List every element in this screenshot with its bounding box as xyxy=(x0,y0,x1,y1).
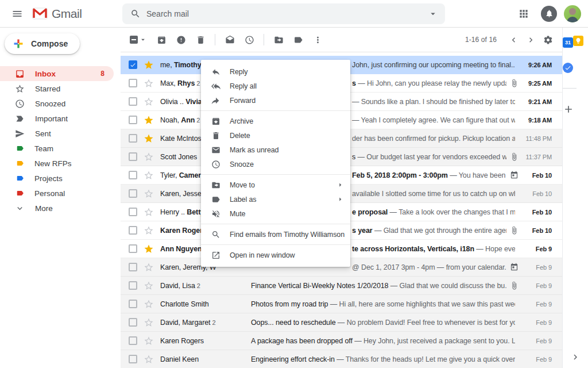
email-snippet: — Hi all, here are some highlights that … xyxy=(328,300,515,308)
star-icon[interactable] xyxy=(144,225,154,236)
notifications-bell-button[interactable] xyxy=(541,6,557,22)
expand-panel-chevron[interactable] xyxy=(563,352,588,362)
row-checkbox[interactable] xyxy=(129,226,137,235)
sidebar-item-personal[interactable]: Personal xyxy=(0,186,114,201)
star-icon[interactable] xyxy=(144,133,154,144)
star-icon[interactable] xyxy=(144,115,154,125)
email-row[interactable]: Daniel KeenEngineering effort check-in —… xyxy=(121,350,562,368)
sidebar-item-new-rfps[interactable]: New RFPs xyxy=(0,156,114,171)
account-avatar[interactable] xyxy=(564,5,581,22)
menu-item-reply[interactable]: Reply xyxy=(201,64,350,79)
gmail-logo[interactable]: Gmail xyxy=(32,7,82,21)
sidebar-item-starred[interactable]: Starred xyxy=(0,81,114,96)
menu-item-mute[interactable]: Mute xyxy=(201,206,350,221)
tasks-icon[interactable] xyxy=(563,63,573,73)
get-addons-plus-icon[interactable] xyxy=(563,103,574,115)
apps-grid-button[interactable] xyxy=(513,3,534,24)
clock-icon xyxy=(15,99,25,109)
reply-icon xyxy=(211,67,220,76)
older-page-button[interactable] xyxy=(522,30,539,49)
menu-item-delete[interactable]: Delete xyxy=(201,128,350,143)
email-row[interactable]: David, Lisa2Finance Vertical Bi-Weekly N… xyxy=(121,277,562,295)
row-checkbox[interactable] xyxy=(129,281,137,290)
star-icon[interactable] xyxy=(144,281,154,291)
chevron-right-icon xyxy=(570,352,581,362)
row-checkbox[interactable] xyxy=(129,300,137,308)
search-input[interactable] xyxy=(146,9,422,18)
menu-item-open-in-new-window[interactable]: Open in new window xyxy=(201,248,350,262)
star-icon[interactable] xyxy=(144,189,154,199)
row-checkbox[interactable] xyxy=(129,116,137,124)
row-checkbox[interactable] xyxy=(129,97,137,106)
hamburger-menu-button[interactable] xyxy=(7,3,28,24)
menu-item-find-emails-from-timothy-williamson[interactable]: Find emails from Timothy Williamson xyxy=(201,227,350,241)
select-all-checkbox[interactable] xyxy=(130,36,147,44)
menu-item-mark-as-unread[interactable]: Mark as unread xyxy=(201,143,350,157)
star-icon[interactable] xyxy=(144,152,154,162)
row-checkbox[interactable] xyxy=(129,171,137,179)
sidebar-item-label: Inbox xyxy=(35,70,56,78)
menu-item-forward[interactable]: Forward xyxy=(201,93,350,108)
more-button[interactable] xyxy=(308,30,327,49)
star-icon[interactable] xyxy=(144,78,154,89)
star-icon[interactable] xyxy=(144,317,154,328)
move-to-button[interactable] xyxy=(269,30,288,49)
star-icon[interactable] xyxy=(144,97,154,107)
mark-as-read-button[interactable] xyxy=(220,30,239,49)
row-checkbox[interactable] xyxy=(129,355,137,363)
delete-button[interactable] xyxy=(191,30,210,49)
sidebar-item-sent[interactable]: Sent xyxy=(0,126,114,141)
menu-item-label: Archive xyxy=(230,117,253,125)
compose-button[interactable]: Compose xyxy=(5,33,80,54)
keep-icon[interactable] xyxy=(573,36,583,46)
menu-item-snooze[interactable]: Snooze xyxy=(201,157,350,171)
sidebar-item-projects[interactable]: Projects xyxy=(0,171,114,186)
menu-item-archive[interactable]: Archive xyxy=(201,114,350,128)
row-checkbox[interactable] xyxy=(129,152,137,161)
email-row[interactable]: Charlotte SmithPhotos from my road trip … xyxy=(121,295,562,313)
star-icon[interactable] xyxy=(144,262,154,273)
star-icon[interactable] xyxy=(144,60,154,70)
select-indeterminate-checkbox[interactable] xyxy=(130,36,138,44)
row-checkbox[interactable] xyxy=(129,189,137,198)
email-time: Feb 9 xyxy=(520,338,562,344)
row-checkbox[interactable] xyxy=(129,79,137,87)
report-spam-button[interactable] xyxy=(171,30,191,49)
row-checkbox[interactable] xyxy=(129,263,137,271)
folder-move-icon xyxy=(211,181,220,190)
email-time: 9:18 AM xyxy=(520,117,562,124)
menu-item-label-as[interactable]: Label as xyxy=(201,192,350,206)
star-icon[interactable] xyxy=(144,336,154,346)
thread-count: 2 xyxy=(196,117,200,124)
email-row[interactable]: David, Margaret2Oops... need to reschedu… xyxy=(121,313,562,332)
sidebar-item-inbox[interactable]: Inbox8 xyxy=(0,66,114,81)
sidebar-item-more[interactable]: More xyxy=(0,201,114,216)
archive-button[interactable] xyxy=(152,30,171,49)
snooze-button[interactable] xyxy=(239,30,259,49)
row-checkbox[interactable] xyxy=(129,318,137,327)
row-checkbox[interactable] xyxy=(129,208,137,216)
sidebar-item-team[interactable]: Team xyxy=(0,141,114,156)
row-checkbox[interactable] xyxy=(129,60,137,69)
star-icon[interactable] xyxy=(144,170,154,181)
star-icon[interactable] xyxy=(144,354,154,365)
row-checkbox[interactable] xyxy=(129,336,137,345)
star-outline-icon xyxy=(15,84,25,94)
star-icon[interactable] xyxy=(144,244,154,254)
row-checkbox[interactable] xyxy=(129,134,137,143)
email-subject: e proposal xyxy=(352,208,388,216)
sidebar-item-important[interactable]: Important xyxy=(0,111,114,126)
star-icon[interactable] xyxy=(144,207,154,217)
search-bar[interactable] xyxy=(122,3,445,24)
settings-button[interactable] xyxy=(539,30,556,49)
row-checkbox[interactable] xyxy=(129,244,137,253)
sidebar-item-snoozed[interactable]: Snoozed xyxy=(0,96,114,111)
newer-page-button[interactable] xyxy=(505,30,522,49)
star-icon[interactable] xyxy=(144,299,154,309)
labels-button[interactable] xyxy=(288,30,308,49)
chevron-right-icon xyxy=(526,35,536,45)
menu-item-move-to[interactable]: Move to xyxy=(201,178,350,192)
email-row[interactable]: Karen RogersA package has been dropped o… xyxy=(121,332,562,350)
menu-item-reply-all[interactable]: Reply all xyxy=(201,79,350,93)
calendar-icon[interactable]: 31 xyxy=(563,37,573,48)
